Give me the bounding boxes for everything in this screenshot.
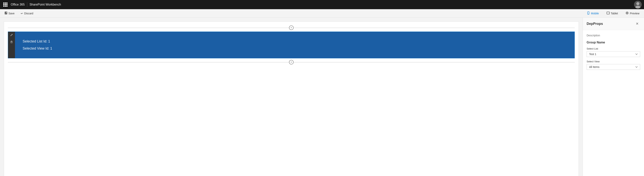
select-list-field: Select List Test 1 — [586, 47, 640, 57]
selected-list-id: Selected List Id: 1 — [23, 39, 567, 43]
svg-point-1 — [635, 6, 640, 8]
edit-pencil-button[interactable] — [8, 32, 15, 39]
webpart-row: Selected List Id: 1 Selected View Id: 1 — [8, 32, 575, 58]
main-layout: + — [0, 18, 644, 176]
panel-description: Description — [586, 34, 640, 37]
add-icon-bottom: + — [290, 60, 292, 64]
select-list-value: Test 1 — [589, 53, 596, 56]
svg-rect-3 — [5, 12, 6, 13]
waffle-icon — [3, 2, 8, 7]
topbar-divider — [27, 2, 27, 7]
select-view-field: Select View All Items — [586, 60, 640, 70]
select-view-chevron-icon — [635, 66, 638, 68]
webpart-content: Selected List Id: 1 Selected View Id: 1 — [15, 32, 574, 58]
toolbar-right: Mobile Tablet Preview — [585, 11, 641, 16]
preview-label: Preview — [630, 12, 640, 15]
select-list-label: Select List — [586, 47, 640, 50]
select-list-chevron-icon — [635, 53, 638, 56]
save-button[interactable]: Save — [3, 11, 16, 16]
undo-icon: ↩ — [21, 12, 23, 15]
panel-close-button[interactable]: ✕ — [634, 21, 640, 27]
svg-point-9 — [626, 12, 628, 14]
select-list-dropdown[interactable]: Test 1 — [586, 51, 640, 57]
tablet-icon — [606, 11, 610, 15]
svg-point-0 — [636, 2, 640, 5]
mobile-label: Mobile — [591, 12, 599, 15]
app-subtitle: SharePoint Workbench — [30, 3, 61, 6]
add-button-bottom[interactable]: + — [289, 60, 294, 65]
preview-button[interactable]: Preview — [624, 11, 641, 16]
add-zone-top: + — [4, 25, 578, 30]
svg-point-6 — [588, 14, 588, 14]
discard-label: Discard — [24, 12, 33, 15]
discard-button[interactable]: ↩ Discard — [19, 11, 35, 16]
waffle-button[interactable] — [2, 1, 8, 8]
add-icon-top: + — [290, 26, 292, 29]
svg-rect-4 — [5, 13, 7, 14]
pencil-icon — [10, 34, 13, 37]
svg-point-10 — [627, 13, 628, 13]
close-icon: ✕ — [636, 22, 639, 26]
mobile-icon — [587, 11, 590, 15]
add-zone-bottom: + — [4, 60, 578, 65]
add-button-top[interactable]: + — [289, 25, 294, 30]
toolbar-left: Save ↩ Discard — [3, 11, 581, 16]
trash-icon — [10, 41, 13, 44]
avatar-icon — [634, 1, 642, 8]
edit-tools — [8, 32, 15, 58]
select-view-value: All Items — [589, 65, 600, 69]
select-view-dropdown[interactable]: All Items — [586, 64, 640, 70]
toolbar: Save ↩ Discard Mobile Tablet — [0, 9, 644, 18]
select-view-label: Select View — [586, 60, 640, 63]
canvas-area: + — [0, 18, 582, 176]
save-icon — [4, 12, 7, 15]
save-label: Save — [8, 12, 14, 15]
mobile-button[interactable]: Mobile — [585, 11, 600, 16]
panel-body: Description Group Name Select List Test … — [583, 30, 644, 176]
delete-button[interactable] — [8, 39, 15, 46]
selected-view-id: Selected View Id: 1 — [23, 46, 567, 51]
app-name: Office 365 — [11, 3, 25, 6]
tablet-button[interactable]: Tablet — [605, 11, 620, 16]
svg-point-8 — [609, 13, 609, 13]
preview-icon — [626, 11, 629, 15]
canvas-page: + — [4, 21, 579, 176]
tablet-label: Tablet — [611, 12, 618, 15]
panel-header: DepProps ✕ — [583, 18, 644, 30]
right-panel: DepProps ✕ Description Group Name Select… — [582, 18, 644, 176]
panel-title: DepProps — [586, 22, 603, 26]
avatar[interactable] — [634, 1, 642, 8]
panel-group-name: Group Name — [586, 41, 640, 44]
topbar: Office 365 SharePoint Workbench — [0, 0, 644, 9]
svg-rect-11 — [11, 41, 12, 43]
